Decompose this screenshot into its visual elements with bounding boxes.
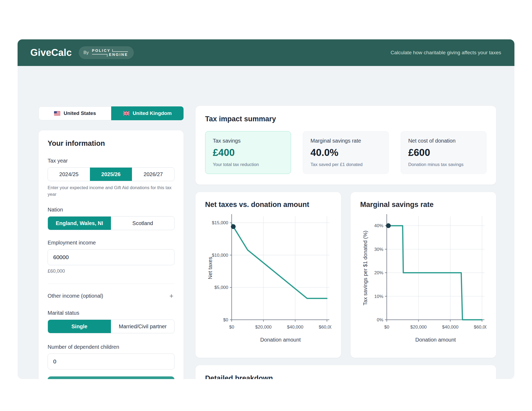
employment-income-label: Employment income	[48, 240, 174, 246]
marital-married[interactable]: Married/Civil partner	[111, 320, 174, 333]
nation-england-wales-ni[interactable]: England, Wales, NI	[48, 217, 111, 230]
stat-label: Tax savings	[213, 138, 283, 144]
policyengine-logo: POLICY ENGINE	[92, 49, 128, 56]
marital-status-segmented: Single Married/Civil partner	[48, 319, 174, 333]
us-flag-icon	[54, 111, 60, 115]
stat-label: Marginal savings rate	[310, 138, 381, 144]
svg-text:$10,000: $10,000	[212, 253, 228, 258]
country-tabs: United States United Kingdom	[39, 106, 184, 120]
nation-scotland[interactable]: Scotland	[111, 217, 174, 230]
svg-text:20%: 20%	[374, 270, 383, 275]
stat-value: 40.0%	[310, 147, 381, 158]
svg-text:Donation amount: Donation amount	[415, 337, 456, 343]
chart-title: Net taxes vs. donation amount	[205, 201, 331, 209]
svg-text:$5,000: $5,000	[214, 285, 228, 290]
svg-text:40%: 40%	[374, 223, 383, 228]
tab-us-label: United States	[64, 110, 96, 116]
givecalc-app: GiveCalc By POLICY ENGINE Calculate how …	[18, 39, 514, 379]
svg-text:Tax savings per $1 donated (%): Tax savings per $1 donated (%)	[362, 231, 368, 305]
stat-caption: Your total tax reduction	[213, 162, 283, 167]
tab-united-states[interactable]: United States	[39, 106, 111, 120]
breakdown-title: Detailed breakdown	[205, 374, 487, 379]
app-title: GiveCalc	[30, 47, 72, 58]
svg-text:$15,000: $15,000	[212, 220, 228, 225]
tab-united-kingdom[interactable]: United Kingdom	[111, 106, 184, 120]
tax-year-2024-25[interactable]: 2024/25	[48, 168, 90, 181]
tax-year-2026-27[interactable]: 2026/27	[132, 168, 174, 181]
other-income-label: Other income (optional)	[48, 293, 103, 299]
children-input[interactable]	[48, 354, 174, 370]
brand-engine: ENGINE	[109, 53, 128, 57]
svg-text:$40,000: $40,000	[442, 325, 458, 330]
divider	[48, 284, 174, 284]
svg-text:Donation amount: Donation amount	[260, 337, 301, 343]
header-tagline: Calculate how charitable giving affects …	[390, 50, 501, 56]
employment-income-input[interactable]	[48, 249, 174, 265]
logo-line-bottom	[92, 54, 107, 57]
svg-text:0%: 0%	[377, 317, 383, 322]
nation-label: Nation	[48, 207, 174, 213]
summary-title: Tax impact summary	[205, 115, 487, 123]
tax-year-segmented: 2024/25 2025/26 2026/27	[48, 167, 174, 181]
stat-value: £400	[213, 147, 283, 158]
stat-caption: Tax saved per £1 donated	[310, 162, 381, 167]
employment-income-formatted: £60,000	[48, 268, 174, 274]
svg-text:$0: $0	[223, 317, 228, 322]
tax-year-help: Enter your expected income and Gift Aid …	[48, 185, 174, 198]
stat-net-cost-of-donation: Net cost of donation £600 Donation minus…	[401, 131, 487, 174]
stat-caption: Donation minus tax savings	[408, 162, 479, 167]
stat-label: Net cost of donation	[408, 138, 479, 144]
svg-text:$0: $0	[384, 325, 389, 330]
nation-segmented: England, Wales, NI Scotland	[48, 216, 174, 230]
net-taxes-chart: $0$5,000$10,000$15,000$0$20,000$40,000$6…	[205, 211, 331, 346]
marital-status-label: Marital status	[48, 310, 174, 316]
by-label: By	[84, 50, 89, 55]
stat-value: £600	[408, 147, 479, 158]
brand-policy: POLICY	[92, 49, 111, 53]
detailed-breakdown-card: Detailed breakdown Baseline net tax (no …	[196, 365, 496, 379]
app-header: GiveCalc By POLICY ENGINE Calculate how …	[18, 39, 514, 66]
tax-year-2025-26[interactable]: 2025/26	[90, 168, 132, 181]
svg-text:Net taxes: Net taxes	[207, 257, 213, 279]
svg-text:10%: 10%	[374, 294, 383, 299]
chart-title: Marginal savings rate	[360, 201, 487, 209]
plus-icon[interactable]: +	[168, 292, 174, 299]
calculate-tax-impact-button[interactable]: Calculate tax impact	[48, 376, 174, 379]
marital-single[interactable]: Single	[48, 320, 111, 333]
svg-text:30%: 30%	[374, 247, 383, 252]
svg-text:$20,000: $20,000	[255, 325, 272, 330]
children-label: Number of dependent children	[48, 344, 174, 350]
svg-text:$40,000: $40,000	[287, 325, 303, 330]
svg-text:$60,000: $60,000	[474, 325, 487, 330]
svg-text:$20,000: $20,000	[410, 325, 427, 330]
tab-uk-label: United Kingdom	[133, 110, 172, 116]
net-taxes-chart-card: Net taxes vs. donation amount $0$5,000$1…	[196, 192, 341, 358]
tax-impact-summary-card: Tax impact summary Tax savings £400 Your…	[196, 106, 496, 185]
svg-text:$60,000: $60,000	[319, 325, 331, 330]
stat-tax-savings: Tax savings £400 Your total tax reductio…	[205, 131, 291, 174]
stat-marginal-savings-rate: Marginal savings rate 40.0% Tax saved pe…	[303, 131, 389, 174]
svg-text:$0: $0	[229, 325, 234, 330]
logo-line-top	[112, 49, 128, 52]
uk-flag-icon	[123, 111, 130, 115]
marginal-savings-chart-card: Marginal savings rate 0%10%20%30%40%$0$2…	[351, 192, 496, 358]
marginal-savings-chart: 0%10%20%30%40%$0$20,000$40,000$60,000Don…	[360, 211, 487, 346]
policyengine-badge[interactable]: By POLICY ENGINE	[79, 46, 134, 59]
form-title: Your information	[48, 139, 174, 148]
your-information-card: Your information Tax year 2024/25 2025/2…	[39, 130, 184, 379]
tax-year-label: Tax year	[48, 158, 174, 164]
